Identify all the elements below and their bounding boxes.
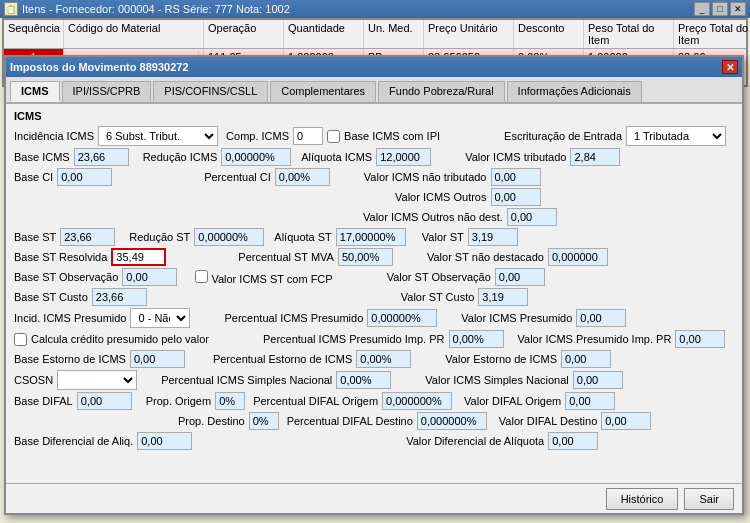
- reducao-st-input[interactable]: [194, 228, 264, 246]
- valor-icms-outros-nd-input[interactable]: [507, 208, 557, 226]
- valor-icms-nao-trib-label: Valor ICMS não tributado: [364, 171, 487, 183]
- valor-difal-origem-input[interactable]: [565, 392, 615, 410]
- maximize-button[interactable]: □: [712, 2, 728, 16]
- base-st-obs-input[interactable]: [122, 268, 177, 286]
- row-base-icms: Base ICMS Redução ICMS Alíquota ICMS Val…: [14, 148, 734, 166]
- outer-window: 📋 Itens - Fornecedor: 000004 - RS Série:…: [0, 0, 750, 523]
- valor-st-nao-dest-input[interactable]: [548, 248, 608, 266]
- tab-icms[interactable]: ICMS: [10, 81, 60, 102]
- prop-destino-input[interactable]: [249, 412, 279, 430]
- base-icms-ipi-label: Base ICMS com IPI: [344, 130, 440, 142]
- modal-close-button[interactable]: ✕: [722, 60, 738, 74]
- prop-origem-input[interactable]: [215, 392, 245, 410]
- base-icms-input[interactable]: [74, 148, 129, 166]
- base-st-custo-input[interactable]: [92, 288, 147, 306]
- base-estorno-label: Base Estorno de ICMS: [14, 353, 126, 365]
- row-incidencia: Incidência ICMS 6 Subst. Tribut. Comp. I…: [14, 126, 734, 146]
- aliquota-icms-label: Alíquota ICMS: [301, 151, 372, 163]
- base-diferencial-input[interactable]: [137, 432, 192, 450]
- base-st-input[interactable]: [60, 228, 115, 246]
- icms-content: ICMS Incidência ICMS 6 Subst. Tribut. Co…: [6, 104, 742, 458]
- valor-estorno-input[interactable]: [561, 350, 611, 368]
- comp-icms-input[interactable]: [293, 127, 323, 145]
- incidencia-select[interactable]: 6 Subst. Tribut.: [98, 126, 218, 146]
- valor-st-custo-input[interactable]: [478, 288, 528, 306]
- col-quantidade: Quantidade: [284, 20, 364, 48]
- pct-difal-origem-input[interactable]: [382, 392, 452, 410]
- reducao-icms-label: Redução ICMS: [143, 151, 218, 163]
- col-sequencia: Sequência: [4, 20, 64, 48]
- pct-icms-presumido-input[interactable]: [367, 309, 437, 327]
- tab-comp[interactable]: Complementares: [270, 81, 376, 102]
- fcp-checkbox[interactable]: [195, 270, 208, 283]
- base-estorno-input[interactable]: [130, 350, 185, 368]
- base-st-label: Base ST: [14, 231, 56, 243]
- historico-button[interactable]: Histórico: [606, 488, 679, 510]
- valor-difal-origem-label: Valor DIFAL Origem: [464, 395, 561, 407]
- prop-destino-label: Prop. Destino: [178, 415, 245, 427]
- pct-icms-presumido-label: Percentual ICMS Presumido: [224, 312, 363, 324]
- valor-st-input[interactable]: [468, 228, 518, 246]
- base-st-resolvida-input[interactable]: [111, 248, 166, 266]
- col-operacao: Operação: [204, 20, 284, 48]
- valor-st-custo-label: Valor ST Custo: [401, 291, 475, 303]
- valor-icms-presumido-imp-input[interactable]: [675, 330, 725, 348]
- tab-fundo[interactable]: Fundo Pobreza/Rural: [378, 81, 505, 102]
- incid-icms-presumido-select[interactable]: 0 - Não: [130, 308, 190, 328]
- percentual-mva-input[interactable]: [338, 248, 393, 266]
- row-base-st: Base ST Redução ST Alíquota ST Valor ST: [14, 228, 734, 246]
- valor-icms-outros-input[interactable]: [491, 188, 541, 206]
- tab-info[interactable]: Informações Adicionais: [507, 81, 642, 102]
- base-st-obs-label: Base ST Observação: [14, 271, 118, 283]
- close-outer-button[interactable]: ✕: [730, 2, 746, 16]
- valor-diferencial-input[interactable]: [548, 432, 598, 450]
- row-base-ci: Base CI Percentual CI Valor ICMS não tri…: [14, 168, 734, 186]
- outer-title-bar: 📋 Itens - Fornecedor: 000004 - RS Série:…: [0, 0, 750, 18]
- valor-icms-presumido-imp-label: Valor ICMS Presumido Imp. PR: [518, 333, 672, 345]
- csosn-select[interactable]: [57, 370, 137, 390]
- col-un: Un. Med.: [364, 20, 424, 48]
- pct-simples-input[interactable]: [336, 371, 391, 389]
- aliquota-st-input[interactable]: [336, 228, 406, 246]
- calcula-credito-checkbox[interactable]: [14, 333, 27, 346]
- percentual-mva-label: Percentual ST MVA: [238, 251, 334, 263]
- tab-ipi[interactable]: IPI/ISS/CPRB: [62, 81, 152, 102]
- sair-button[interactable]: Sair: [684, 488, 734, 510]
- outer-window-title-group: 📋 Itens - Fornecedor: 000004 - RS Série:…: [4, 2, 290, 16]
- valor-icms-presumido-input[interactable]: [576, 309, 626, 327]
- minimize-button[interactable]: _: [694, 2, 710, 16]
- base-difal-input[interactable]: [77, 392, 132, 410]
- valor-difal-destino-input[interactable]: [601, 412, 651, 430]
- reducao-icms-input[interactable]: [221, 148, 291, 166]
- valor-simples-input[interactable]: [573, 371, 623, 389]
- base-icms-ipi-checkbox[interactable]: [327, 130, 340, 143]
- pct-estorno-input[interactable]: [356, 350, 411, 368]
- pct-icms-presumido-imp-label: Percentual ICMS Presumido Imp. PR: [263, 333, 445, 345]
- base-ci-input[interactable]: [57, 168, 112, 186]
- outer-window-title: Itens - Fornecedor: 000004 - RS Série: 7…: [22, 3, 290, 15]
- outer-win-controls: _ □ ✕: [694, 2, 746, 16]
- row-base-st-resolvida: Base ST Resolvida Percentual ST MVA Valo…: [14, 248, 734, 266]
- base-diferencial-label: Base Diferencial de Aliq.: [14, 435, 133, 447]
- aliquota-icms-input[interactable]: [376, 148, 431, 166]
- col-codigo: Código do Material: [64, 20, 204, 48]
- valor-icms-trib-input[interactable]: [570, 148, 620, 166]
- aliquota-st-label: Alíquota ST: [274, 231, 331, 243]
- reducao-st-label: Redução ST: [129, 231, 190, 243]
- row-base-diferencial: Base Diferencial de Aliq. Valor Diferenc…: [14, 432, 734, 450]
- escrituracao-select[interactable]: 1 Tributada: [626, 126, 726, 146]
- pct-icms-presumido-imp-input[interactable]: [449, 330, 504, 348]
- valor-st-obs-input[interactable]: [495, 268, 545, 286]
- valor-st-label: Valor ST: [422, 231, 464, 243]
- percentual-ci-input[interactable]: [275, 168, 330, 186]
- tab-pis[interactable]: PIS/COFINS/CSLL: [153, 81, 268, 102]
- col-peso: Peso Total do Item: [584, 20, 674, 48]
- col-preco: Preço Unitário: [424, 20, 514, 48]
- valor-icms-nao-trib-input[interactable]: [491, 168, 541, 186]
- pct-difal-origem-label: Percentual DIFAL Origem: [253, 395, 378, 407]
- valor-icms-presumido-label: Valor ICMS Presumido: [461, 312, 572, 324]
- pct-difal-destino-input[interactable]: [417, 412, 487, 430]
- row-icms-outros: Valor ICMS Outros: [14, 188, 734, 206]
- tabs-bar: ICMS IPI/ISS/CPRB PIS/COFINS/CSLL Comple…: [6, 77, 742, 104]
- col-desconto: Desconto: [514, 20, 584, 48]
